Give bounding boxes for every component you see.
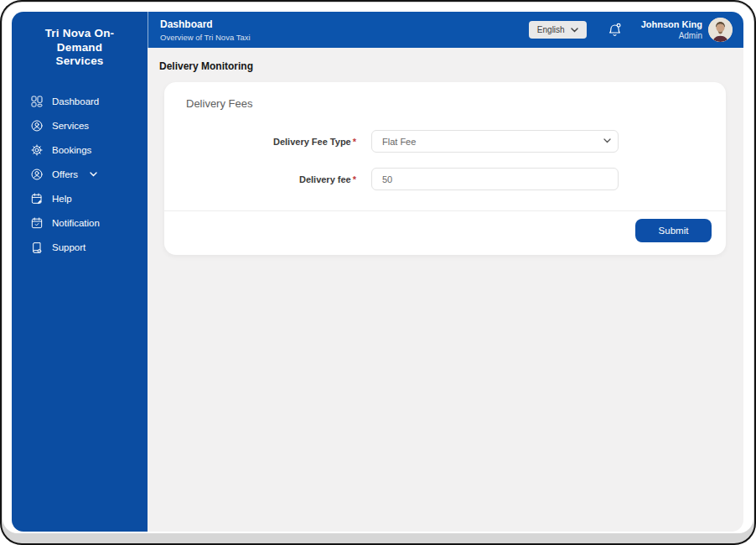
sidebar: Tri Nova On-Demand Services Dashboard <box>12 12 148 532</box>
submit-button[interactable]: Submit <box>635 219 712 242</box>
sidebar-item-label: Bookings <box>52 145 91 155</box>
page-title: Dashboard <box>160 18 251 30</box>
chevron-down-icon <box>90 172 97 177</box>
delivery-fee-input[interactable] <box>371 168 619 190</box>
main-column: Dashboard Overview of Tri Nova Taxi Engl… <box>148 12 743 532</box>
user-circle-icon <box>30 119 44 132</box>
content-area: Delivery Monitoring Delivery Fees Delive… <box>148 48 743 532</box>
avatar[interactable] <box>708 18 733 42</box>
user-circle-icon <box>30 168 44 181</box>
sidebar-item-label: Services <box>52 121 89 131</box>
sidebar-item-label: Dashboard <box>52 96 99 106</box>
brand-title: Tri Nova On-Demand Services <box>33 27 127 69</box>
sidebar-item-notification[interactable]: Notification <box>12 211 148 236</box>
delivery-fee-type-select[interactable]: Flat Fee <box>371 130 619 153</box>
sidebar-item-offers[interactable]: Offers <box>12 163 148 187</box>
topbar-titles: Dashboard Overview of Tri Nova Taxi <box>148 18 251 42</box>
required-asterisk: * <box>353 174 356 184</box>
sidebar-nav: Dashboard Services <box>12 90 148 260</box>
sidebar-item-label: Notification <box>52 218 100 228</box>
book-badge-icon <box>30 241 44 254</box>
delivery-fee-label: Delivery fee* <box>164 174 356 184</box>
user-name: Johnson King <box>641 19 702 29</box>
topbar: Dashboard Overview of Tri Nova Taxi Engl… <box>148 12 743 48</box>
card-title: Delivery Fees <box>164 82 726 110</box>
language-selector[interactable]: English <box>529 21 587 39</box>
delivery-fees-card: Delivery Fees Delivery Fee Type* Flat Fe… <box>164 82 726 255</box>
delivery-fees-form: Delivery Fee Type* Flat Fee <box>164 130 726 190</box>
user-role: Admin <box>641 31 702 40</box>
form-row: Delivery fee* <box>164 168 726 190</box>
dashboard-grid-icon <box>30 95 44 108</box>
sidebar-item-label: Support <box>52 242 85 252</box>
calendar-pen-icon <box>30 192 44 205</box>
calendar-check-icon <box>30 216 44 230</box>
user-menu[interactable]: Johnson King Admin <box>641 19 702 40</box>
topbar-actions: English <box>529 18 743 42</box>
chevron-down-icon <box>571 28 578 33</box>
sidebar-item-label: Help <box>52 194 72 204</box>
language-label: English <box>537 25 565 34</box>
sidebar-item-bookings[interactable]: Bookings <box>12 138 148 163</box>
sidebar-item-label: Offers <box>52 169 78 179</box>
sidebar-item-services[interactable]: Services <box>12 114 148 138</box>
required-asterisk: * <box>353 137 356 147</box>
sidebar-item-support[interactable]: Support <box>12 236 148 260</box>
page-subtitle: Overview of Tri Nova Taxi <box>160 33 251 42</box>
sidebar-item-help[interactable]: Help <box>12 187 148 211</box>
notification-bell-icon[interactable] <box>607 22 623 39</box>
gear-icon <box>30 143 44 157</box>
section-heading: Delivery Monitoring <box>159 60 743 72</box>
delivery-fee-type-label: Delivery Fee Type* <box>164 137 356 147</box>
card-footer: Submit <box>164 211 726 242</box>
sidebar-item-dashboard[interactable]: Dashboard <box>12 90 148 114</box>
delivery-fee-type-select-input[interactable]: Flat Fee <box>371 130 619 153</box>
app-window: Tri Nova On-Demand Services Dashboard <box>0 0 756 545</box>
form-row: Delivery Fee Type* Flat Fee <box>164 130 726 153</box>
app-surface: Tri Nova On-Demand Services Dashboard <box>3 3 753 533</box>
